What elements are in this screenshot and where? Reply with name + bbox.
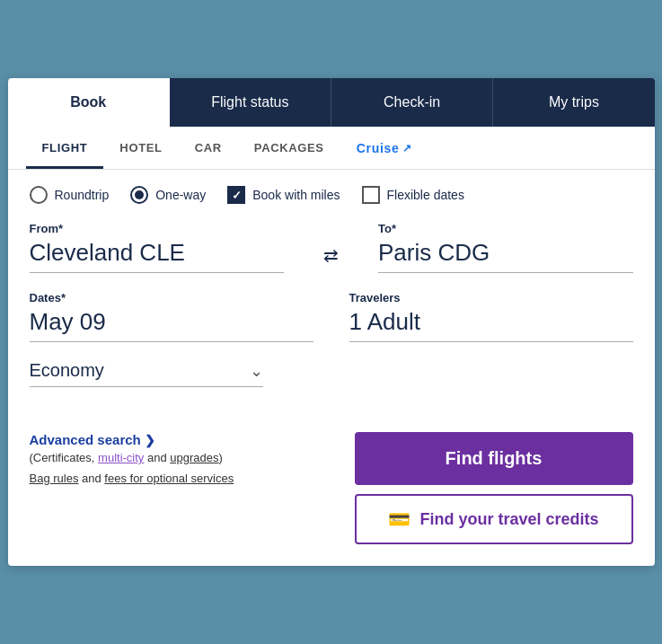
advanced-search-link[interactable]: Advanced search ❯ — [30, 432, 337, 447]
left-bottom: Advanced search ❯ (Certificates, multi-c… — [30, 432, 337, 485]
from-field: From* Cleveland CLE — [30, 222, 285, 273]
oneway-radio-inner — [135, 190, 144, 199]
bottom-row: Advanced search ❯ (Certificates, multi-c… — [8, 423, 655, 566]
travelers-field: Travelers 1 Adult — [349, 291, 633, 342]
subtab-cruise[interactable]: Cruise ↗ — [340, 127, 428, 169]
travel-credits-text: Find your travel credits — [419, 510, 598, 529]
roundtrip-label: Roundtrip — [55, 188, 110, 202]
tab-flight-status[interactable]: Flight status — [170, 78, 331, 127]
subtab-flight[interactable]: FLIGHT — [26, 127, 104, 169]
wallet-icon: 💳 — [388, 508, 410, 530]
miles-option[interactable]: Book with miles — [227, 186, 340, 204]
dates-field: Dates* May 09 — [30, 291, 313, 342]
upgrades-link[interactable]: upgrades — [170, 451, 218, 464]
tab-check-in[interactable]: Check-in — [331, 78, 493, 127]
advanced-sub-text: (Certificates, multi-city and upgrades) — [30, 451, 337, 464]
cabin-select[interactable]: Economy ⌄ — [30, 360, 263, 387]
chevron-down-icon: ⌄ — [250, 361, 263, 381]
to-field: To* Paris CDG — [378, 222, 633, 273]
flexible-label: Flexible dates — [387, 188, 464, 202]
dates-input[interactable]: May 09 — [30, 308, 313, 342]
from-to-row: From* Cleveland CLE ⇄ To* Paris CDG — [30, 222, 633, 273]
flexible-checkbox[interactable] — [362, 186, 380, 204]
right-buttons: Find flights 💳 Find your travel credits — [355, 432, 633, 544]
multi-city-link[interactable]: multi-city — [98, 451, 144, 464]
flexible-option[interactable]: Flexible dates — [362, 186, 464, 204]
dates-travelers-row: Dates* May 09 Travelers 1 Adult — [30, 291, 633, 342]
to-label: To* — [378, 222, 633, 235]
subtab-car[interactable]: CAR — [179, 127, 238, 169]
external-link-icon: ↗ — [402, 142, 412, 154]
oneway-radio[interactable] — [130, 186, 148, 204]
from-label: From* — [30, 222, 285, 235]
travelers-label: Travelers — [349, 291, 633, 304]
miles-label: Book with miles — [252, 188, 340, 202]
form-area: From* Cleveland CLE ⇄ To* Paris CDG Date… — [8, 213, 655, 423]
advanced-search-text: Advanced search — [30, 432, 141, 447]
miles-checkbox[interactable] — [227, 186, 245, 204]
booking-card: Book Flight status Check-in My trips FLI… — [8, 78, 655, 566]
bag-text: Bag rules and fees for optional services — [30, 472, 337, 485]
travelers-input[interactable]: 1 Adult — [349, 308, 633, 342]
oneway-option[interactable]: One-way — [130, 186, 206, 204]
travel-credits-button[interactable]: 💳 Find your travel credits — [355, 494, 633, 544]
swap-button[interactable]: ⇄ — [320, 244, 342, 266]
cabin-row: Economy ⌄ — [30, 360, 633, 387]
options-row: Roundtrip One-way Book with miles Flexib… — [8, 170, 655, 213]
tab-my-trips[interactable]: My trips — [493, 78, 654, 127]
roundtrip-option[interactable]: Roundtrip — [30, 186, 110, 204]
subtab-hotel[interactable]: HOTEL — [103, 127, 178, 169]
dates-label: Dates* — [30, 291, 313, 304]
main-tabs: Book Flight status Check-in My trips — [8, 78, 655, 127]
cabin-value: Economy — [30, 360, 104, 381]
chevron-right-icon: ❯ — [145, 433, 155, 447]
find-flights-button[interactable]: Find flights — [355, 432, 633, 485]
to-input[interactable]: Paris CDG — [378, 239, 633, 273]
oneway-label: One-way — [155, 188, 206, 202]
tab-book[interactable]: Book — [8, 78, 170, 127]
from-input[interactable]: Cleveland CLE — [30, 239, 285, 273]
subtab-packages[interactable]: PACKAGES — [238, 127, 340, 169]
roundtrip-radio[interactable] — [30, 186, 48, 204]
bag-rules-link[interactable]: Bag rules — [30, 472, 79, 485]
fees-link[interactable]: fees for optional services — [104, 472, 234, 485]
sub-tabs: FLIGHT HOTEL CAR PACKAGES Cruise ↗ — [8, 127, 655, 170]
